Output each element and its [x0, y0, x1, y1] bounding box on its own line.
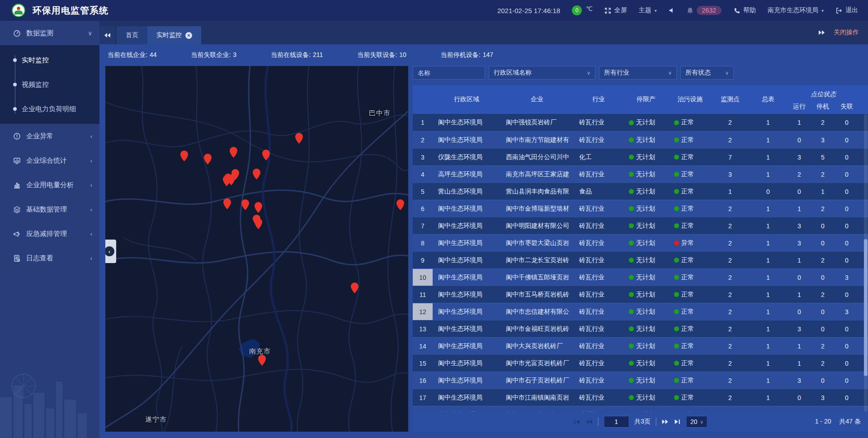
table-row[interactable]: 16 阆中生态环境局 阆中市石子页岩机砖厂 砖瓦行业 无计划 正常 2 1 3 …: [413, 372, 868, 389]
cell-stopped-count: 0: [811, 235, 835, 251]
status-dot-icon: [674, 258, 679, 263]
table-row[interactable]: 15 阆中生态环境局 阆中市光富页岩机砖厂 砖瓦行业 无计划 正常 2 1 1 …: [413, 354, 868, 372]
tabs-scroll-right-button[interactable]: [818, 30, 826, 35]
map-pin-icon[interactable]: [227, 174, 236, 186]
help-button[interactable]: 帮助: [733, 6, 756, 14]
map-pin-icon[interactable]: [254, 218, 263, 230]
sidebar-subitem-企业电力负荷明细[interactable]: 企业电力负荷明细: [0, 97, 99, 121]
table-row[interactable]: 2 阆中生态环境局 阆中市南方节能建材有 砖瓦行业 无计划 正常 2 1 0 3…: [413, 131, 868, 148]
map-pin-icon[interactable]: [203, 153, 212, 165]
table-row[interactable]: 6 阆中生态环境局 阆中市金博瑞新型墙材 砖瓦行业 无计划 正常 2 1 1 2…: [413, 200, 868, 217]
cell-disconnected-count: 0: [835, 132, 859, 148]
sidebar-subitem-实时监控[interactable]: 实时监控: [0, 48, 99, 72]
table-row[interactable]: 10 阆中生态环境局 阆中千佛镇五郎垭页岩 砖瓦行业 无计划 正常 2 1 0 …: [413, 268, 868, 286]
theme-menu[interactable]: 主题 ▾: [639, 6, 657, 14]
sidebar-item-应急减排管理[interactable]: 应急减排管理 ‹: [0, 221, 99, 246]
sound-toggle[interactable]: [669, 7, 675, 14]
map-pin-icon[interactable]: [258, 354, 266, 366]
map-collapse-handle[interactable]: ‹: [105, 240, 116, 263]
tab-home[interactable]: 首页: [117, 26, 147, 44]
sidebar-item-企业异常[interactable]: 企业异常 ‹: [0, 124, 99, 148]
status-dot-icon: [629, 344, 634, 349]
sidebar-subitem-视频监控[interactable]: 视频监控: [0, 72, 99, 97]
name-search-input[interactable]: [413, 66, 485, 80]
cell-limit-status: 无计划: [623, 355, 669, 372]
map-pin-icon[interactable]: [223, 198, 231, 210]
close-operations-button[interactable]: 关闭操作: [834, 28, 859, 37]
temperature-indicator: 0 ℃: [572, 5, 593, 15]
org-menu[interactable]: 南充市生态环境局 ▾: [768, 6, 824, 14]
table-row[interactable]: 3 仪陇生态环境局 西南油气田分公司川中 化工 无计划 正常 7 1 3 5 0: [413, 148, 868, 165]
map-pin-icon[interactable]: [241, 199, 250, 211]
next-page-button[interactable]: [662, 419, 669, 424]
total-pages-label: 共3页: [634, 418, 651, 426]
table-row[interactable]: 8 阆中生态环境局 阆中市枣碧大梁山页岩 砖瓦行业 无计划 异常 2 1 3 0…: [413, 234, 868, 251]
cell-company: 阆中市南方节能建材有: [500, 132, 574, 148]
cell-index: 6: [413, 200, 433, 217]
stat-item: 当前失联企业:3: [191, 51, 236, 59]
table-row[interactable]: 17 阆中生态环境局 阆中市江南镇阆南页岩 砖瓦行业 无计划 正常 2 1 0 …: [413, 389, 868, 406]
cell-disconnected-count: 0: [835, 235, 859, 251]
sidebar-item-企业用电量分析[interactable]: 企业用电量分析 ‹: [0, 173, 99, 197]
map-pin-icon[interactable]: [229, 146, 238, 158]
map-panel[interactable]: 巴中市南充市遂宁市 ‹: [105, 66, 408, 432]
table-row[interactable]: 11 阆中生态环境局 阆中市五马桥页岩机砖 砖瓦行业 无计划 正常 2 1 1 …: [413, 286, 868, 303]
last-page-button[interactable]: [675, 419, 681, 424]
map-pin-icon[interactable]: [396, 199, 405, 211]
logout-button[interactable]: 退出: [835, 6, 858, 14]
table-row[interactable]: 18 南部生态环境局 南部县砌佳土湿有限公 建材加工 无计划 正常 6 0 0 …: [413, 406, 868, 412]
table-row[interactable]: 1 阆中生态环境局 阆中强锐页岩砖厂 砖瓦行业 无计划 正常 2 1 1 2 0: [413, 114, 868, 131]
table-row[interactable]: 13 阆中生态环境局 阆中市金福旺页岩机砖 砖瓦行业 无计划 正常 2 1 3 …: [413, 320, 868, 337]
cell-industry: 砖瓦行业: [574, 389, 623, 406]
map-pin-icon[interactable]: [295, 132, 303, 144]
tab-close-icon[interactable]: ×: [185, 32, 192, 39]
cell-disconnected-count: 0: [835, 320, 859, 337]
status-dot-icon: [674, 378, 679, 383]
cell-total-meter: 1: [749, 372, 788, 389]
map-pin-icon[interactable]: [254, 202, 263, 213]
map-pin-icon[interactable]: [350, 282, 359, 294]
first-page-button[interactable]: [573, 419, 580, 424]
chevron-down-icon: ∨: [668, 70, 672, 76]
alert-circle-icon: [13, 132, 21, 140]
cell-industry: 砖瓦行业: [574, 320, 623, 337]
col-header-monitor: 监测点: [712, 85, 749, 114]
industry-select[interactable]: 所有行业 ∨: [599, 66, 677, 80]
map-pin-icon[interactable]: [262, 149, 270, 161]
tabs-scroll-left-button[interactable]: [99, 26, 115, 44]
map-pin-icon[interactable]: [252, 168, 261, 180]
table-row[interactable]: 9 阆中生态环境局 阆中市二龙长宝页岩砖 砖瓦行业 无计划 正常 2 1 1 2…: [413, 251, 868, 268]
pagination-bar: 共3页 20 ∨: [413, 412, 868, 432]
table-row[interactable]: 5 营山生态环境局 营山县润丰肉食品有限 食品 无计划 正常 1 0 0 1 0: [413, 183, 868, 200]
status-dot-icon: [674, 292, 679, 297]
cell-facility-status: 正常: [669, 286, 712, 303]
cell-monitor-count: 2: [712, 355, 749, 372]
cell-stopped-count: 5: [811, 149, 835, 165]
sidebar-item-企业综合统计[interactable]: 企业综合统计 ‹: [0, 148, 99, 173]
fullscreen-button[interactable]: 全屏: [604, 6, 627, 14]
prev-page-button[interactable]: [585, 419, 592, 424]
table-row[interactable]: 4 高坪生态环境局 南充市高坪区王家店建 砖瓦行业 无计划 正常 3 1 2 2…: [413, 165, 868, 183]
page-size-select[interactable]: 20 ∨: [686, 416, 708, 428]
table-row[interactable]: 7 阆中生态环境局 阆中明阳建材有限公司 砖瓦行业 无计划 正常 2 1 3 0…: [413, 217, 868, 234]
scrollbar-thumb[interactable]: [864, 239, 868, 376]
cell-facility-status: 正常: [669, 338, 712, 354]
sidebar-item-日志查看[interactable]: 日志查看 ‹: [0, 246, 99, 270]
table-scrollbar[interactable]: [864, 114, 868, 412]
cell-region: 阆中生态环境局: [433, 286, 500, 303]
cell-index: 5: [413, 183, 433, 200]
map-pin-icon[interactable]: [180, 150, 189, 162]
cell-total-meter: 1: [749, 114, 788, 131]
cell-running-count: 3: [788, 320, 811, 337]
table-row[interactable]: 14 阆中生态环境局 阆中大兴页岩机砖厂 砖瓦行业 无计划 正常 2 1 1 2…: [413, 337, 868, 354]
page-number-input[interactable]: [604, 416, 629, 428]
status-select[interactable]: 所有状态 ∨: [680, 66, 734, 80]
cell-region: 阆中生态环境局: [433, 372, 500, 389]
table-row[interactable]: 12 阆中生态环境局 阆中市忠信建材有限公 砖瓦行业 无计划 正常 2 1 0 …: [413, 303, 868, 320]
sidebar-item-基础数据管理[interactable]: 基础数据管理 ‹: [0, 197, 99, 221]
tab-realtime-monitoring[interactable]: 实时监控 ×: [147, 26, 201, 44]
region-select[interactable]: 行政区域名称 ∨: [489, 66, 595, 80]
cell-stopped-count: 0: [811, 303, 835, 320]
sidebar-item-数据监测[interactable]: 数据监测 ∨: [0, 21, 99, 45]
notifications[interactable]: 2632: [687, 6, 722, 15]
